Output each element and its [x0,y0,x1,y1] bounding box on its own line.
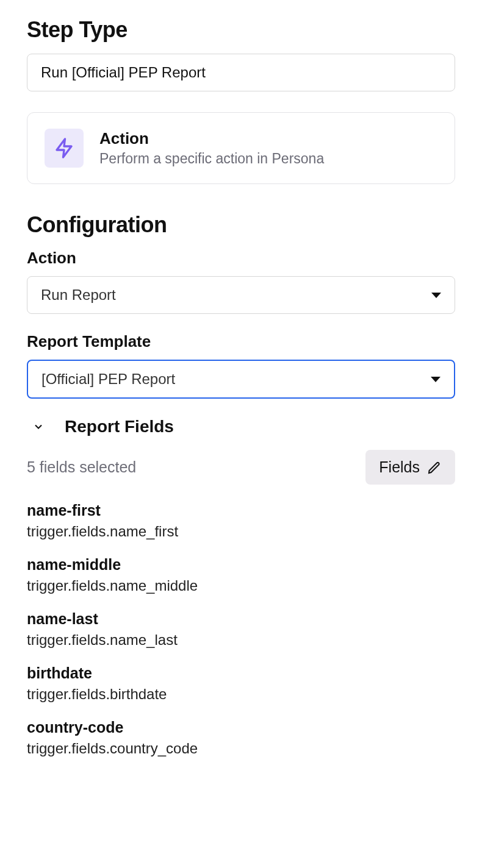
edit-fields-button[interactable]: Fields [365,450,455,485]
fields-summary-row: 5 fields selected Fields [27,450,455,485]
step-type-heading: Step Type [27,17,455,43]
report-field-item: name-lasttrigger.fields.name_last [27,610,455,649]
pencil-icon [427,460,442,475]
report-fields-list: name-firsttrigger.fields.name_firstname-… [27,502,455,757]
report-template-select-value: [Official] PEP Report [41,371,175,388]
report-field-item: name-firsttrigger.fields.name_first [27,502,455,540]
report-fields-title: Report Fields [65,417,174,436]
report-field-item: country-codetrigger.fields.country_code [27,719,455,757]
action-card[interactable]: Action Perform a specific action in Pers… [27,112,455,184]
action-label: Action [27,249,455,268]
report-field-path: trigger.fields.birthdate [27,686,455,703]
report-field-name: name-last [27,610,455,628]
report-field-item: name-middletrigger.fields.name_middle [27,556,455,594]
report-field-path: trigger.fields.name_middle [27,577,455,594]
report-fields-toggle[interactable]: Report Fields [27,417,455,436]
step-type-input[interactable] [27,54,455,91]
caret-down-icon [431,377,441,382]
report-field-path: trigger.fields.country_code [27,740,455,757]
report-field-item: birthdatetrigger.fields.birthdate [27,664,455,703]
report-template-label: Report Template [27,332,455,351]
report-field-name: birthdate [27,664,455,682]
action-select-value: Run Report [41,286,116,304]
action-card-text: Action Perform a specific action in Pers… [99,129,324,167]
action-select[interactable]: Run Report [27,276,455,314]
action-card-title: Action [99,129,324,148]
configuration-heading: Configuration [27,212,455,238]
chevron-down-icon [32,420,45,433]
report-field-name: name-middle [27,556,455,574]
report-field-path: trigger.fields.name_last [27,631,455,649]
action-card-subtitle: Perform a specific action in Persona [99,151,324,167]
edit-fields-button-label: Fields [379,458,420,476]
lightning-bolt-icon [45,129,84,168]
fields-selected-count: 5 fields selected [27,458,136,476]
report-field-name: name-first [27,502,455,519]
report-template-select[interactable]: [Official] PEP Report [27,360,455,399]
report-field-path: trigger.fields.name_first [27,523,455,540]
report-field-name: country-code [27,719,455,736]
caret-down-icon [431,293,441,298]
